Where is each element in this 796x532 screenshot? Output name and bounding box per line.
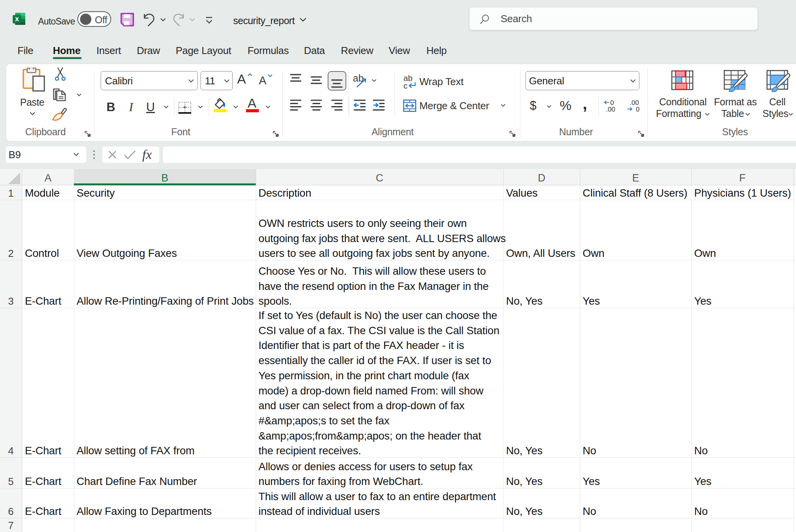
svg-text:.00: .00 <box>606 106 615 112</box>
svg-text:c: c <box>403 81 408 89</box>
svg-text:0: 0 <box>636 106 639 112</box>
